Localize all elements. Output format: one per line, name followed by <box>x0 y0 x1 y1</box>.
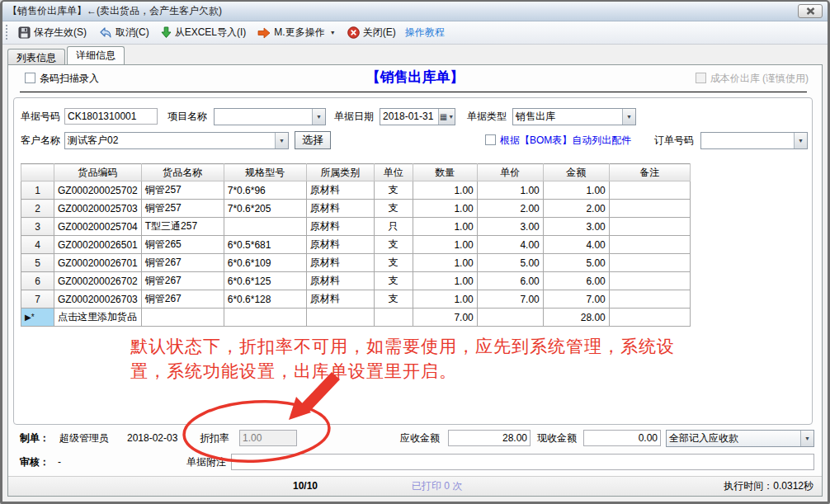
close-form-button[interactable]: 关闭(E) <box>342 24 402 41</box>
cell-name[interactable]: 铜管267 <box>141 290 224 309</box>
cell-unit[interactable] <box>374 309 413 327</box>
cell-amount[interactable]: 4.00 <box>543 236 609 254</box>
cell-unit[interactable]: 支 <box>374 236 413 254</box>
select-customer-button[interactable]: 选择 <box>295 131 331 149</box>
cell-name[interactable]: 铜管267 <box>141 272 224 290</box>
cell-amount[interactable]: 1.00 <box>543 181 609 200</box>
cell-amount[interactable]: 5.00 <box>543 254 609 272</box>
excel-import-button[interactable]: 从EXCEL导入(I) <box>155 24 252 41</box>
row-selector[interactable]: 4 <box>21 236 54 254</box>
cell-category[interactable]: 原材料 <box>306 290 374 309</box>
cell-note[interactable] <box>609 272 690 290</box>
cell-name[interactable]: 铜管257 <box>141 181 224 200</box>
cell-qty[interactable]: 1.00 <box>413 290 477 309</box>
cell-note[interactable] <box>609 181 690 200</box>
bom-checkbox[interactable]: 根据【BOM表】自动列出配件 <box>485 132 631 149</box>
row-selector[interactable]: 1 <box>21 181 54 200</box>
cell-category[interactable]: 原材料 <box>306 272 374 290</box>
cell-category[interactable]: 原材料 <box>306 181 374 200</box>
cell-price[interactable]: 1.00 <box>477 181 543 200</box>
cell-spec[interactable]: 7*0.6*205 <box>224 200 306 218</box>
save-button[interactable]: 保存生效(S) <box>12 24 92 41</box>
cell-qty[interactable]: 1.00 <box>413 218 477 236</box>
row-selector[interactable]: 5 <box>21 254 54 272</box>
row-selector[interactable]: 2 <box>21 200 54 218</box>
cell-code[interactable]: GZ000200025702 <box>54 181 142 200</box>
cell-spec[interactable]: 6*0.5*681 <box>224 236 306 254</box>
cell-qty[interactable]: 1.00 <box>413 200 477 218</box>
cell-amount[interactable]: 3.00 <box>543 218 609 236</box>
cell-category[interactable]: 原材料 <box>306 236 374 254</box>
order-no-combo[interactable]: ▼ <box>700 132 808 149</box>
cell-name[interactable] <box>141 309 224 327</box>
cell-note[interactable] <box>609 218 690 236</box>
row-selector[interactable]: 6 <box>21 272 54 290</box>
cell-code[interactable]: GZ000200025704 <box>54 218 142 236</box>
add-item-cell[interactable]: 点击这里添加货品 <box>54 309 142 327</box>
cell-amount[interactable]: 6.00 <box>543 272 609 290</box>
doc-type-combo[interactable]: 销售出库 ▼ <box>512 108 636 125</box>
cell-qty[interactable]: 1.00 <box>413 181 477 200</box>
cell-name[interactable]: 铜管265 <box>141 236 224 254</box>
cell-unit[interactable]: 支 <box>374 200 413 218</box>
project-combo[interactable]: ▼ <box>214 108 326 125</box>
row-selector[interactable]: 3 <box>21 218 54 236</box>
window-close-button[interactable] <box>798 4 823 18</box>
cell-spec[interactable]: 6*0.6*128 <box>224 290 306 309</box>
cell-category[interactable] <box>306 309 374 327</box>
row-selector[interactable]: 7 <box>21 290 54 309</box>
cell-unit[interactable]: 支 <box>374 290 413 309</box>
cancel-button[interactable]: 取消(C) <box>92 24 155 41</box>
cell-category[interactable]: 原材料 <box>306 254 374 272</box>
cell-price[interactable] <box>477 309 543 327</box>
more-actions-button[interactable]: M.更多操作 ▼ <box>252 24 341 41</box>
cell-unit[interactable]: 支 <box>374 254 413 272</box>
cell-note[interactable] <box>609 309 690 327</box>
receivable-input[interactable] <box>448 430 531 446</box>
cell-note[interactable] <box>609 254 690 272</box>
received-input[interactable] <box>583 430 661 446</box>
cell-qty[interactable]: 1.00 <box>413 254 477 272</box>
cell-code[interactable]: GZ000200026501 <box>54 236 142 254</box>
cell-price[interactable]: 4.00 <box>477 236 543 254</box>
doc-no-input[interactable] <box>64 108 158 125</box>
cell-name[interactable]: 铜管267 <box>141 254 224 272</box>
cell-qty[interactable]: 1.00 <box>413 272 477 290</box>
cell-amount[interactable]: 2.00 <box>543 200 609 218</box>
tab-list-info[interactable]: 列表信息 <box>7 49 65 64</box>
cell-code[interactable]: GZ000200026701 <box>54 254 142 272</box>
cell-spec[interactable]: 6*0.6*125 <box>224 272 306 290</box>
cell-price[interactable]: 7.00 <box>477 290 543 309</box>
cell-name[interactable]: 铜管257 <box>141 200 224 218</box>
cell-note[interactable] <box>609 290 690 309</box>
cell-category[interactable]: 原材料 <box>306 218 374 236</box>
record-mode-combo[interactable]: 全部记入应收款 ▼ <box>666 430 814 447</box>
doc-date-picker[interactable]: 2018-01-31 ▦▼ <box>380 108 455 125</box>
cell-spec[interactable] <box>224 218 306 236</box>
table-row: 2 GZ000200025703 铜管257 7*0.6*205 原材料 支 1… <box>21 200 691 218</box>
cell-price[interactable]: 3.00 <box>477 218 543 236</box>
cell-unit[interactable]: 只 <box>374 218 413 236</box>
cell-price[interactable]: 5.00 <box>477 254 543 272</box>
cell-spec[interactable]: 7*0.6*96 <box>224 181 306 200</box>
doc-note-input[interactable] <box>231 454 814 470</box>
cell-category[interactable]: 原材料 <box>306 200 374 218</box>
cell-note[interactable] <box>609 236 690 254</box>
cell-price[interactable]: 2.00 <box>477 200 543 218</box>
tutorial-link[interactable]: 操作教程 <box>405 26 445 40</box>
customer-combo[interactable]: 测试客户02 ▼ <box>64 132 289 149</box>
cell-spec[interactable]: 6*0.6*109 <box>224 254 306 272</box>
cell-qty[interactable]: 1.00 <box>413 236 477 254</box>
tab-detail-info[interactable]: 详细信息 <box>67 46 125 64</box>
cell-spec[interactable] <box>224 309 306 327</box>
cell-unit[interactable]: 支 <box>374 272 413 290</box>
cell-code[interactable]: GZ000200026702 <box>54 272 142 290</box>
cell-amount[interactable]: 7.00 <box>543 290 609 309</box>
cell-note[interactable] <box>609 200 690 218</box>
cell-unit[interactable]: 支 <box>374 181 413 200</box>
cell-price[interactable]: 6.00 <box>477 272 543 290</box>
cell-code[interactable]: GZ000200025703 <box>54 200 142 218</box>
new-row-marker[interactable]: ▶* <box>21 309 54 327</box>
cell-name[interactable]: T型三通257 <box>141 218 224 236</box>
cell-code[interactable]: GZ000200026703 <box>54 290 142 309</box>
